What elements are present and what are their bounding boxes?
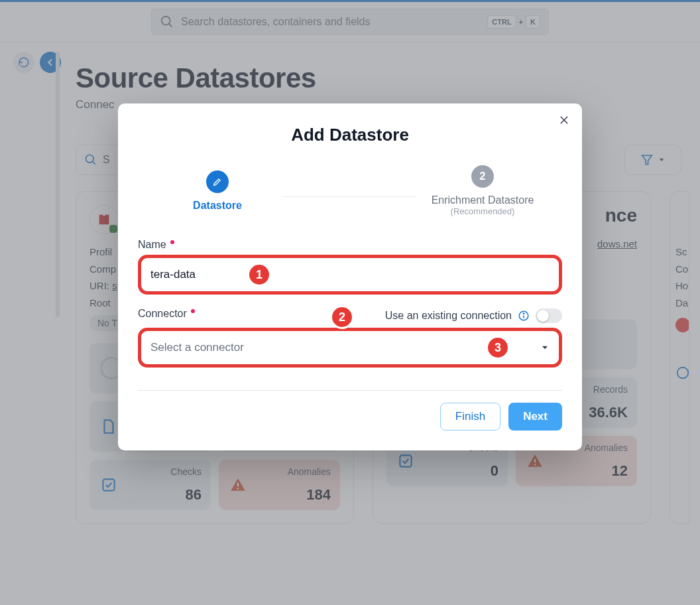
info-icon[interactable]: [517, 309, 530, 322]
annotation-badge-1: 1: [247, 263, 271, 287]
modal-title: Add Datastore: [138, 125, 562, 145]
name-label: Name: [138, 239, 166, 251]
next-button[interactable]: Next: [508, 403, 562, 431]
existing-connection-toggle[interactable]: [536, 308, 562, 323]
existing-connection-label: Use an existing connection: [385, 310, 512, 322]
step-label: Datastore: [193, 200, 242, 212]
modal-overlay: Add Datastore Datastore 2 Enrichment Dat…: [0, 0, 700, 605]
annotation-badge-3: 3: [486, 336, 510, 360]
chevron-down-icon: [540, 343, 550, 352]
connector-label: Connector: [138, 308, 187, 320]
pencil-icon: [212, 176, 223, 187]
svg-marker-30: [542, 346, 548, 350]
required-dot: [191, 309, 195, 313]
step-sublabel: (Recommended): [451, 206, 515, 216]
step-enrichment[interactable]: 2 Enrichment Datastore (Recommended): [416, 165, 549, 216]
modal-divider: [138, 390, 562, 391]
step-connector-line: [284, 196, 416, 197]
annotation-badge-2: 2: [330, 305, 354, 329]
svg-point-29: [523, 313, 524, 314]
close-icon: [558, 114, 570, 126]
connector-highlight-box: Select a connector 3: [138, 328, 562, 368]
step-number: 2: [471, 165, 494, 188]
add-datastore-modal: Add Datastore Datastore 2 Enrichment Dat…: [118, 103, 582, 450]
stepper: Datastore 2 Enrichment Datastore (Recomm…: [138, 165, 562, 216]
step-label: Enrichment Datastore: [432, 194, 534, 206]
required-dot: [170, 240, 174, 244]
close-button[interactable]: [558, 114, 570, 129]
connector-placeholder: Select a connector: [150, 341, 244, 354]
finish-button[interactable]: Finish: [440, 403, 500, 431]
step-datastore[interactable]: Datastore: [151, 170, 284, 212]
name-highlight-box: 1: [138, 255, 562, 295]
datastore-name-input[interactable]: [146, 261, 554, 288]
